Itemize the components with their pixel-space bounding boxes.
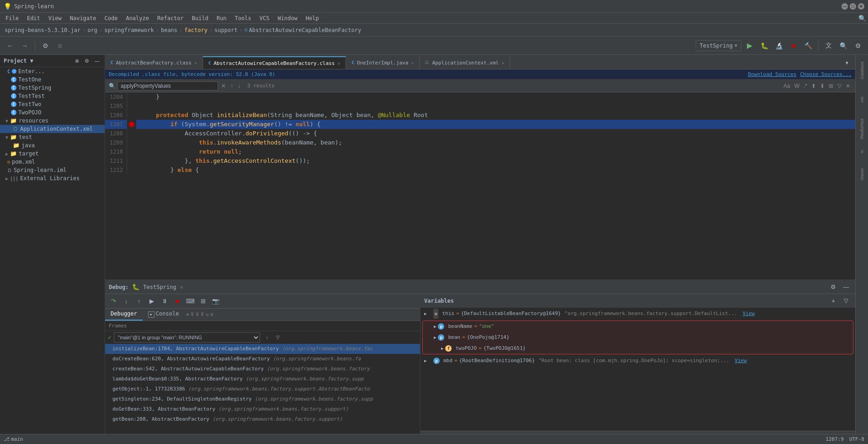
tree-item-spring-iml[interactable]: 🗋 Spring-learn.iml xyxy=(0,166,105,174)
debug-step-out-button[interactable]: ↑ xyxy=(133,296,144,307)
tab-abstractbeanfactory[interactable]: C AbstractBeanFactory.class ✕ xyxy=(105,56,203,69)
navigate-forward-button[interactable]: → xyxy=(18,39,31,52)
close-search-button[interactable]: ✕ xyxy=(844,83,852,89)
build-button[interactable]: 🔨 xyxy=(802,39,815,52)
debug-step-over-button[interactable]: ↷ xyxy=(108,296,119,307)
menu-item-tools[interactable]: Tools xyxy=(231,14,255,22)
debug-pause-button[interactable]: ⏸ xyxy=(159,296,170,307)
frame-6[interactable]: doGetBean:333, AbstractBeanFactory (org.… xyxy=(105,404,420,414)
tree-item-resources[interactable]: ▼ 📁 resources xyxy=(0,117,105,125)
var-bean[interactable]: ▶ p bean = {OnePojo@1714} xyxy=(423,332,853,343)
filter-button[interactable]: ▽ xyxy=(836,83,843,89)
menu-item-window[interactable]: Window xyxy=(274,14,301,22)
menu-item-navigate[interactable]: Navigate xyxy=(66,14,100,22)
menu-item-refactor[interactable]: Refactor xyxy=(154,14,187,22)
vars-filter-button[interactable]: ▽ xyxy=(841,295,852,306)
tab-close-abstractautowire[interactable]: ✕ xyxy=(337,61,340,66)
expand-button[interactable]: ⊞ xyxy=(827,83,835,89)
window-controls[interactable]: — □ ✕ xyxy=(841,3,864,10)
whole-word-button[interactable]: W xyxy=(793,83,801,89)
debug-settings-button[interactable]: ⚙ xyxy=(828,282,839,293)
debug-threads-button[interactable]: ⊞ xyxy=(197,296,208,307)
menu-item-code[interactable]: Code xyxy=(101,14,122,22)
choose-sources-link[interactable]: Choose Sources... xyxy=(800,71,852,77)
tree-item-pomxml[interactable]: m pom.xml xyxy=(0,158,105,166)
match-case-button[interactable]: Aa xyxy=(782,83,792,89)
tab-close-abstractbeanfactory[interactable]: ✕ xyxy=(194,60,197,65)
coverage-button[interactable]: 🔬 xyxy=(772,39,785,52)
tree-item-testtest[interactable]: C TestTest xyxy=(0,92,105,100)
breadcrumb-item-org[interactable]: org xyxy=(87,27,97,33)
debug-button[interactable]: 🐛 xyxy=(758,39,771,52)
var-mbd[interactable]: ▶ p mbd = {RootBeanDefinition@1706} "Roo… xyxy=(421,355,855,366)
navigate-back-button[interactable]: ← xyxy=(4,39,16,52)
debug-evaluate-button[interactable]: ⌨ xyxy=(185,296,196,307)
menu-item-vcs[interactable]: VCS xyxy=(256,14,273,22)
breadcrumb-item-factory[interactable]: factory xyxy=(184,27,208,33)
run-button[interactable]: ▶ xyxy=(743,39,756,52)
tab-overflow-button[interactable]: ▼ xyxy=(841,56,853,69)
menu-item-analyze[interactable]: Analyze xyxy=(122,14,153,22)
sidebar-collapse-button[interactable]: — xyxy=(93,57,101,65)
code-editor[interactable]: 1204 } 1205 1206 protected Object initia… xyxy=(105,92,855,279)
right-panel-restfultool[interactable]: RestfulTool xyxy=(857,115,868,143)
tree-item-entertext[interactable]: C Enter... xyxy=(0,67,105,75)
search-everywhere-icon[interactable]: 🔍 xyxy=(858,15,866,22)
var-this-view-link[interactable]: View xyxy=(743,309,755,318)
frame-1[interactable]: doCreateBean:620, AbstractAutowireCapabl… xyxy=(105,354,420,364)
tree-item-external-libraries[interactable]: ▶ ||| External Libraries xyxy=(0,174,105,182)
right-panel-maven[interactable]: Maven xyxy=(857,160,868,187)
tab-abstractautowire[interactable]: C AbstractAutowireCapableBeanFactory.cla… xyxy=(203,56,346,69)
tree-item-test[interactable]: ▼ 📁 test xyxy=(0,133,105,141)
var-this[interactable]: ▶ ■ this = {DefaultListableBeanFactory@1… xyxy=(421,308,855,320)
settings2-button[interactable]: ⚙ xyxy=(852,39,864,52)
minimize-button[interactable]: — xyxy=(841,3,848,10)
thread-selector[interactable]: "main"@1 in group "main": RUNNING xyxy=(114,332,260,342)
var-mbd-view-link[interactable]: View xyxy=(735,356,747,365)
download-sources-link[interactable]: Download Sources xyxy=(748,71,796,77)
tab-applicationcontext[interactable]: 🗋 ApplicationContext.xml ✕ xyxy=(420,56,510,69)
tree-item-testone[interactable]: C TestOne xyxy=(0,75,105,84)
breadcrumb-item-support[interactable]: support xyxy=(214,27,238,33)
debug-session-close[interactable]: ✕ xyxy=(180,284,183,290)
vars-add-button[interactable]: + xyxy=(828,295,839,306)
right-panel-database[interactable]: Database xyxy=(857,57,868,84)
menu-item-run[interactable]: Run xyxy=(213,14,230,22)
tab-close-oneinterimpl[interactable]: ✕ xyxy=(411,60,414,65)
sidebar-gear-button[interactable]: ⚙ xyxy=(83,57,91,65)
tree-item-applicationcontext-xml[interactable]: 🗋 ApplicationContext.xml xyxy=(0,125,105,133)
debug-stop-button[interactable]: ■ xyxy=(172,296,183,307)
tab-oneinterimpl[interactable]: C OneInterImpl.java ✕ xyxy=(346,56,420,69)
debug-cameras-button[interactable]: 📷 xyxy=(210,296,221,307)
var-beanname[interactable]: ▶ p beanName = "one" xyxy=(423,321,853,332)
right-panel-m[interactable]: m xyxy=(857,144,868,158)
tab-close-applicationcontext[interactable]: ✕ xyxy=(501,60,504,65)
search-prev-button[interactable]: ↑ xyxy=(229,83,234,89)
tree-item-java[interactable]: 📁 java xyxy=(0,141,105,150)
console-tab[interactable]: ▶Console xyxy=(143,309,185,321)
right-panel-ant[interactable]: Ant xyxy=(857,86,868,113)
thread-filter-button[interactable]: ▽ xyxy=(274,333,282,342)
search-next-button[interactable]: ↓ xyxy=(236,83,242,89)
thread-down-button[interactable]: ↓ xyxy=(263,333,271,342)
frame-0[interactable]: initializeBean:1784, AbstractAutowireCap… xyxy=(105,344,420,354)
frame-3[interactable]: lambda$doGetBean$0:335, AbstractBeanFact… xyxy=(105,374,420,384)
tree-item-testtwo[interactable]: C TestTwo xyxy=(0,100,105,108)
breadcrumb-item-jar[interactable]: spring-beans-5.3.10.jar xyxy=(5,27,80,33)
debugger-tab[interactable]: Debugger xyxy=(105,309,143,321)
menu-item-help[interactable]: Help xyxy=(302,14,323,22)
search-button[interactable]: 🔍 xyxy=(837,39,850,52)
menu-item-view[interactable]: View xyxy=(45,14,65,22)
debug-resume-button[interactable]: ▶ xyxy=(146,296,157,307)
debug-step-into-button[interactable]: ↓ xyxy=(121,296,132,307)
breadcrumb-item-beans[interactable]: beans xyxy=(161,27,177,33)
search-close-button[interactable]: ✕ xyxy=(220,83,227,89)
debug-minimize-button[interactable]: — xyxy=(841,282,852,293)
frame-4[interactable]: getObject:-1, 1773283386 (org.springfram… xyxy=(105,384,420,394)
tree-item-testspring[interactable]: C TestSpring xyxy=(0,84,105,92)
menu-item-edit[interactable]: Edit xyxy=(23,14,44,22)
breadcrumb-item-class[interactable]: ©AbstractAutowireCapableBeanFactory xyxy=(245,27,361,33)
translate-button[interactable]: 文 xyxy=(822,39,835,52)
breakpoint-1207[interactable] xyxy=(129,122,134,127)
settings-button[interactable]: ⚙ xyxy=(39,39,52,52)
